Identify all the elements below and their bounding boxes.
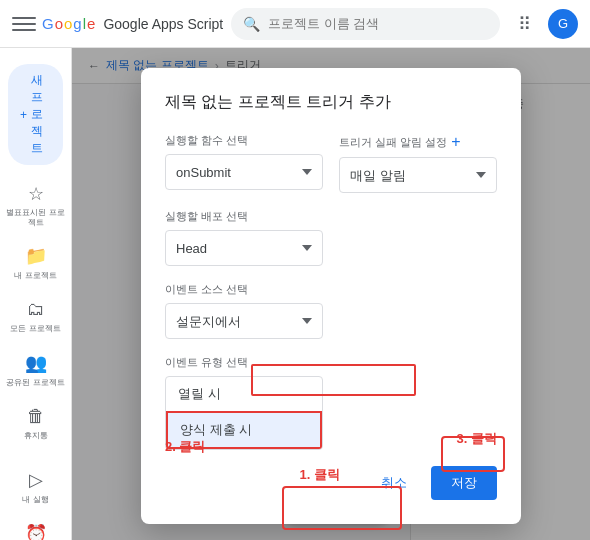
sidebar-item-shared[interactable]: 👥 공유된 프로젝트	[0, 344, 71, 396]
sidebar-item-label: 별표표시된 프로젝트	[4, 208, 67, 227]
form-col-spacer2	[339, 282, 497, 339]
form-col-event-type: 이벤트 유형 선택 열릴 시 양식 제출 시	[165, 355, 323, 450]
deploy-label: 실행할 배포 선택	[165, 209, 323, 224]
sidebar-item-starred[interactable]: ☆ 별표표시된 프로젝트	[0, 175, 71, 235]
top-nav: Google Google Apps Script 🔍 ⠿ G	[0, 0, 590, 48]
modal-title: 제목 없는 프로젝트 트리거 추가	[165, 92, 497, 113]
trash-icon: 🗑	[27, 406, 45, 427]
main-content: ← 제목 없는 프로젝트 › 트리거 + 트리거 추가 1. 클릭 트리거 0개…	[72, 48, 590, 540]
event-source-select[interactable]: 설문지에서	[165, 303, 323, 339]
modal: 제목 없는 프로젝트 트리거 추가 실행할 함수 선택 onSubmit 트리거…	[141, 68, 521, 524]
sidebar-item-label: 공유된 프로젝트	[6, 377, 64, 388]
logo-area: Google Google Apps Script	[12, 12, 223, 36]
form-row-1: 실행할 함수 선택 onSubmit 트리거 실패 알림 설정 + 매일 알림	[165, 133, 497, 193]
annotation-label-1: 1. 클릭	[300, 466, 340, 484]
function-select[interactable]: onSubmit	[165, 154, 323, 190]
nav-icons: ⠿ G	[508, 8, 578, 40]
failure-label: 트리거 실패 알림 설정 +	[339, 133, 497, 151]
star-icon: ☆	[28, 183, 44, 205]
form-col-deploy: 실행할 배포 선택 Head	[165, 209, 323, 266]
sidebar: + 새 프로젝트 ☆ 별표표시된 프로젝트 📁 내 프로젝트 🗂 모든 프로젝트…	[0, 48, 72, 540]
sidebar-item-label: 휴지통	[24, 430, 48, 441]
sidebar-item-my-projects[interactable]: 📁 내 프로젝트	[0, 237, 71, 289]
google-logo: Google	[42, 15, 95, 32]
form-row-2: 실행할 배포 선택 Head	[165, 209, 497, 266]
sidebar-item-my-executions[interactable]: ▷ 내 실행	[0, 461, 71, 513]
form-col-event-source: 이벤트 소스 선택 설문지에서	[165, 282, 323, 339]
form-col-failure: 트리거 실패 알림 설정 + 매일 알림	[339, 133, 497, 193]
failure-plus-icon[interactable]: +	[451, 133, 460, 151]
clock-icon: ⏰	[25, 523, 47, 540]
new-project-label: 새 프로젝트	[31, 72, 51, 157]
annotation-label-3: 3. 클릭	[457, 430, 497, 448]
event-type-label: 이벤트 유형 선택	[165, 355, 323, 370]
save-button[interactable]: 저장	[431, 466, 497, 500]
deploy-select[interactable]: Head	[165, 230, 323, 266]
form-col-spacer	[339, 209, 497, 266]
function-label: 실행할 함수 선택	[165, 133, 323, 148]
app-name: Google Apps Script	[103, 16, 223, 32]
files-icon: 🗂	[27, 299, 45, 320]
search-input[interactable]	[268, 16, 488, 31]
hamburger-icon[interactable]	[12, 12, 36, 36]
search-bar: 🔍	[231, 8, 500, 40]
sidebar-item-my-triggers[interactable]: ⏰ 내 트리거	[0, 515, 71, 540]
folder-icon: 📁	[25, 245, 47, 267]
sidebar-item-all-projects[interactable]: 🗂 모든 프로젝트	[0, 291, 71, 342]
sidebar-item-trash[interactable]: 🗑 휴지통	[0, 398, 71, 449]
new-project-button[interactable]: + 새 프로젝트	[8, 64, 63, 165]
cancel-button[interactable]: 취소	[365, 466, 423, 500]
search-icon: 🔍	[243, 16, 260, 32]
event-type-option-open[interactable]: 열릴 시	[166, 377, 322, 411]
form-col-function: 실행할 함수 선택 onSubmit	[165, 133, 323, 193]
avatar[interactable]: G	[548, 9, 578, 39]
sidebar-item-label: 내 실행	[22, 494, 48, 505]
failure-select[interactable]: 매일 알림	[339, 157, 497, 193]
form-row-4: 이벤트 유형 선택 열릴 시 양식 제출 시	[165, 355, 497, 450]
form-row-3: 이벤트 소스 선택 설문지에서	[165, 282, 497, 339]
annotation-label-2: 2. 클릭	[165, 438, 205, 456]
sidebar-item-label: 모든 프로젝트	[10, 323, 60, 334]
layout: + 새 프로젝트 ☆ 별표표시된 프로젝트 📁 내 프로젝트 🗂 모든 프로젝트…	[0, 48, 590, 540]
plus-icon: +	[20, 108, 27, 122]
event-source-label: 이벤트 소스 선택	[165, 282, 323, 297]
play-icon: ▷	[29, 469, 43, 491]
apps-icon[interactable]: ⠿	[508, 8, 540, 40]
shared-icon: 👥	[25, 352, 47, 374]
sidebar-item-label: 내 프로젝트	[14, 270, 56, 281]
